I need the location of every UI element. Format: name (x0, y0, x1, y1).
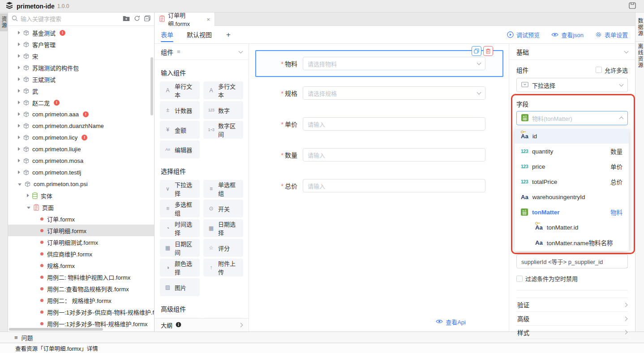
field-input-control[interactable]: 请输入 (303, 117, 485, 131)
field-select-control[interactable]: 请选择规格 (303, 86, 485, 100)
tree-file-item[interactable]: 用例一:1对多对多-供应商-物料-规格维护.formx (8, 306, 154, 318)
expand-arrow-icon[interactable] (18, 112, 20, 116)
tab-form-view[interactable]: 表单 (161, 26, 173, 44)
tree-package-item[interactable]: com.primeton.licy! (8, 132, 154, 143)
canvas-field-row[interactable]: *总价请输入 (255, 179, 503, 192)
chevron-down-icon[interactable] (624, 49, 629, 53)
chevron-down-icon[interactable] (239, 49, 243, 53)
inspector-section-验证[interactable]: 验证 (516, 298, 628, 311)
chevron-right-icon[interactable] (239, 323, 243, 327)
palette-item-rate[interactable]: ☆评分 (203, 239, 243, 257)
expand-arrow-icon[interactable] (18, 31, 20, 34)
outline-bar[interactable]: 大纲 (155, 318, 249, 332)
tree-package-item[interactable]: 客户管理 (8, 38, 154, 50)
tree-package-item[interactable]: com.primeton.aaa! (8, 108, 154, 120)
palette-item-time-picker[interactable]: ◔时间选择 (160, 219, 200, 237)
palette-item-number-range[interactable]: 1~3数字区间 (203, 121, 243, 139)
palette-item-single-line-text[interactable]: A单行文本 (160, 81, 200, 99)
palette-item-checkbox-group[interactable]: ≡多选框组 (160, 200, 200, 217)
palette-menu-icon[interactable]: ≡ (177, 48, 180, 55)
editor-tab-active[interactable]: 订单明细.formx × (155, 13, 215, 26)
palette-item-switch[interactable]: ⊙开关 (203, 200, 243, 217)
canvas-field-row[interactable]: *物料请选择物料 (255, 57, 503, 70)
tree-package-item[interactable]: 基金测试! (8, 27, 154, 38)
rail-tab-数据源[interactable]: 数据源 (635, 16, 644, 42)
tree-package-item[interactable]: com.primeton.testlj (8, 166, 154, 178)
expand-arrow-icon[interactable] (18, 77, 20, 81)
collapse-all-icon[interactable] (144, 15, 150, 23)
refresh-icon[interactable] (134, 15, 140, 23)
allow-multi-select-checkbox[interactable]: 允许多选 (596, 66, 628, 74)
palette-item-date-range[interactable]: ▦日期区间 (160, 239, 200, 257)
expand-arrow-icon[interactable] (27, 207, 30, 209)
form-canvas[interactable]: 查看Api *物料请选择物料*规格请选择规格*单价请输入*数量请输入*总价请输入 (249, 44, 509, 332)
tab-default-view[interactable]: 默认视图 (187, 26, 212, 44)
tree-node-entities[interactable]: 实体 (8, 190, 154, 201)
dropdown-item-tonMatter.id[interactable]: AatonMatter.id (515, 220, 629, 235)
toolbar-button-gear[interactable]: 表单设置 (595, 30, 628, 39)
filter-expression-input[interactable]: supplierId <等于> p_supplier_id (516, 254, 628, 268)
tree-file-item[interactable]: 用例二:查看物品规格列表.formx (8, 283, 154, 294)
expand-arrow-icon[interactable] (18, 101, 20, 104)
dropdown-item-totalPrice[interactable]: 123totalPrice总价 (515, 174, 629, 189)
dropdown-item-tonMatter.name[interactable]: AatonMatter.name物料名称 (515, 235, 629, 250)
inspector-section-样式[interactable]: 样式 (516, 325, 628, 339)
search-input[interactable] (21, 16, 120, 22)
tree-package-item[interactable]: com.primeton.duanzhName (8, 120, 154, 132)
palette-item-date-picker[interactable]: ▦日期选择 (203, 219, 243, 237)
tree-file-item[interactable]: 供应商维护.formx (8, 248, 154, 259)
field-select[interactable]: n:1 物料(tonMatter) (516, 111, 628, 125)
filter-disable-checkbox[interactable]: 过滤条件为空时禁用 (516, 274, 628, 283)
expand-arrow-icon[interactable] (18, 183, 21, 186)
view-api-link[interactable]: 查看Api (436, 318, 466, 326)
tree-file-item[interactable]: 订单.formx (8, 213, 154, 225)
dropdown-item-price[interactable]: 123price单价 (515, 159, 629, 174)
component-type-select[interactable]: 下拉选择 (516, 78, 628, 92)
tree-package-item[interactable]: com.primeton.mosa (8, 155, 154, 166)
dropdown-item-warehousingentryId[interactable]: AawarehousingentryId (515, 189, 629, 204)
inspector-section-basic[interactable]: 基础 (509, 44, 635, 60)
delete-field-button[interactable] (483, 46, 493, 56)
checkbox-box[interactable] (516, 276, 523, 282)
expand-arrow-icon[interactable] (18, 43, 20, 46)
field-input-control[interactable]: 请输入 (303, 179, 485, 192)
tree-package-item[interactable]: 王斌测试 (8, 73, 154, 85)
tree-node-pages[interactable]: 页面 (8, 201, 154, 213)
add-view-button[interactable]: + (226, 30, 231, 39)
dropdown-item-quantity[interactable]: 123quantity数量 (515, 144, 629, 159)
palette-item-number[interactable]: 123数字 (203, 101, 243, 119)
palette-item-upload[interactable]: ↑附件上传 (203, 259, 243, 276)
palette-item-editor[interactable]: A≡编辑器 (160, 140, 200, 158)
tree-package-item[interactable]: 宋 (8, 50, 154, 62)
tree-package-item-expanded[interactable]: com.primeton.ton.psi (8, 178, 154, 190)
field-input-control[interactable]: 请输入 (303, 148, 485, 162)
tree-package-item[interactable]: 赵二龙! (8, 97, 154, 108)
copy-field-button[interactable] (472, 46, 481, 56)
tree-file-item[interactable]: 用例二: 物料维护视图入口.formx (8, 271, 154, 283)
tree-file-item[interactable]: 订单明细测试.formx (8, 236, 154, 248)
palette-item-color-picker[interactable]: ◑颜色选择 (160, 259, 200, 276)
expand-arrow-icon[interactable] (27, 194, 29, 197)
palette-item-image[interactable]: ▨图片 (160, 278, 200, 296)
palette-header[interactable]: 组件 ≡ (155, 44, 249, 60)
tree-horizontal-scrollbar[interactable] (9, 328, 103, 331)
rail-tab-离线资源[interactable]: 离线资源 (635, 42, 644, 73)
tree-file-item[interactable]: 规格.formx (8, 259, 154, 271)
tree-vertical-scrollbar[interactable] (150, 57, 153, 115)
tree-file-item[interactable]: 用例二： 规格维护.formx (8, 294, 154, 306)
dropdown-item-id[interactable]: Aaid (515, 128, 629, 144)
expand-arrow-icon[interactable] (18, 159, 20, 162)
tree-package-item[interactable]: 武 (8, 85, 154, 97)
save-icon[interactable] (629, 2, 636, 10)
expand-arrow-icon[interactable] (18, 89, 20, 93)
rail-tab-resources[interactable]: 资源 (0, 13, 8, 31)
tree-package-item[interactable]: com.primeton.liujie (8, 143, 154, 155)
add-folder-icon[interactable] (123, 16, 130, 23)
toolbar-button-eye[interactable]: 查看json (551, 30, 584, 39)
expand-arrow-icon[interactable] (18, 124, 20, 128)
expand-arrow-icon[interactable] (18, 147, 20, 151)
palette-item-select[interactable]: ∨下拉选择 (160, 180, 200, 198)
close-tab-icon[interactable]: × (206, 16, 210, 23)
palette-item-counter[interactable]: ±计数器 (160, 101, 200, 119)
field-select-control[interactable]: 请选择物料 (303, 57, 485, 70)
